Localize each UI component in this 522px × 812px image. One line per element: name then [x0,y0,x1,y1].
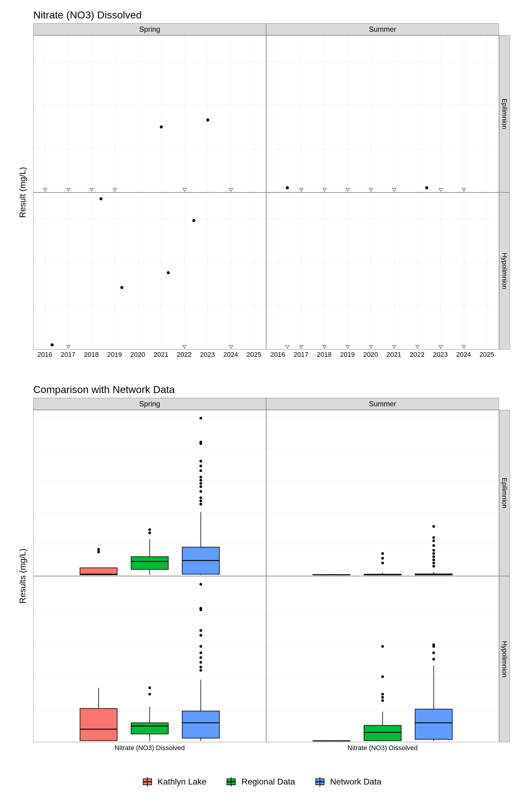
svg-point-180 [381,675,384,678]
svg-point-181 [381,645,384,648]
svg-point-14 [160,125,163,128]
legend-item-regional: Regional Data [224,776,295,787]
box-facet-grid: Results (mg/L) Spring Summer Epilimnion … [12,398,510,757]
row-strip-epi: Epilimnion [499,35,510,192]
svg-point-187 [432,651,435,654]
svg-point-177 [381,699,384,702]
boxplot-chart-title: Comparison with Network Data [33,384,510,395]
svg-point-146 [148,693,151,695]
svg-point-158 [199,634,202,636]
boxplot-chart-block: Comparison with Network Data Results (mg… [12,384,510,764]
svg-point-75 [97,550,100,553]
legend: Kathlyn Lake Regional Data Network Data [12,776,510,787]
svg-point-89 [199,496,202,499]
scatter-ylabel: Result (mg/L) [18,167,27,218]
svg-point-129 [432,540,435,542]
legend-label: Kathlyn Lake [158,777,207,787]
svg-point-95 [199,469,202,472]
svg-point-97 [199,460,202,463]
svg-point-76 [97,548,100,551]
svg-point-147 [148,686,151,689]
svg-point-131 [432,525,435,528]
bcol-strip-spring: Spring [33,398,266,410]
bpanel-spring-epi: 0.00.10.20.30.40.5 [33,410,266,576]
svg-point-162 [199,583,202,586]
scatter-facet-grid: Result (mg/L) Spring Summer Epilimnion H… [12,23,510,365]
svg-point-90 [199,490,202,493]
svg-point-152 [199,669,202,672]
legend-label: Network Data [330,777,382,787]
svg-point-87 [199,503,202,505]
scatter-ylabel-cell: Result (mg/L) [12,35,33,349]
svg-point-130 [432,536,435,539]
col-strip-spring: Spring [33,23,266,35]
svg-point-92 [199,482,202,485]
svg-point-156 [199,651,202,654]
svg-point-31 [425,186,428,189]
svg-rect-140 [80,708,117,740]
svg-point-117 [381,552,384,555]
page-root: Nitrate (NO3) Dissolved Result (mg/L) Sp… [0,0,522,812]
svg-point-116 [381,557,384,560]
brow-strip-epi: Epilimnion [499,410,510,576]
svg-point-46 [51,343,54,346]
svg-point-81 [148,531,151,534]
svg-point-189 [432,644,435,646]
col-strip-summer: Summer [266,23,499,35]
svg-point-49 [167,271,170,274]
svg-point-100 [199,417,202,420]
svg-point-126 [432,552,435,555]
svg-point-153 [199,666,202,669]
row-strip-hypo: Hypolimnion [499,192,510,349]
svg-point-179 [381,693,384,695]
svg-point-96 [199,465,202,467]
box-ylabel: Results (mg/L) [18,549,27,604]
svg-point-47 [99,197,102,200]
svg-point-50 [193,219,196,222]
svg-point-99 [199,441,202,444]
svg-point-154 [199,661,202,664]
svg-point-82 [148,528,151,531]
svg-point-128 [432,544,435,547]
svg-point-93 [199,479,202,482]
svg-point-15 [206,118,209,121]
svg-rect-175 [364,725,401,741]
scatter-chart-title: Nitrate (NO3) Dissolved [33,9,510,21]
panel-spring-epi: 0.000.050.100.15 [33,35,266,192]
svg-point-186 [432,658,435,661]
xaxis-right: 2016201720182019202020212022202320242025 [266,349,499,365]
svg-rect-150 [182,711,219,738]
svg-point-115 [381,562,384,564]
bcol-strip-summer: Summer [266,398,499,410]
svg-point-94 [199,476,202,479]
svg-point-127 [432,549,435,552]
panel-spring-hypo: 0.000.050.100.15 [33,192,266,349]
bpanel-summer-hypo [266,576,499,742]
svg-rect-144 [131,723,168,734]
box-ylabel-cell: Results (mg/L) [12,410,33,742]
bpanel-spring-hypo: 0.00.10.20.30.40.5 [33,576,266,742]
svg-point-157 [199,645,202,648]
svg-point-159 [199,629,202,632]
xaxis-left: 2016201720182019202020212022202320242025 [33,349,266,365]
svg-point-124 [432,559,435,561]
svg-point-122 [432,565,435,568]
svg-point-123 [432,562,435,564]
bpanel-summer-epi [266,410,499,576]
panel-summer-hypo [266,192,499,349]
legend-item-network: Network Data [313,776,382,787]
bxaxis-right: Nitrate (NO3) Dissolved [266,742,499,757]
legend-item-kathlyn: Kathlyn Lake [141,776,207,787]
svg-point-161 [199,607,202,610]
svg-point-155 [199,656,202,659]
svg-point-91 [199,485,202,488]
svg-point-48 [120,286,123,289]
svg-rect-79 [131,557,168,569]
svg-point-178 [381,696,384,699]
svg-rect-184 [415,709,452,739]
legend-label: Regional Data [241,777,295,787]
svg-point-125 [432,555,435,558]
brow-strip-hypo: Hypolimnion [499,576,510,742]
scatter-chart-block: Nitrate (NO3) Dissolved Result (mg/L) Sp… [12,9,510,371]
svg-point-30 [286,186,289,189]
